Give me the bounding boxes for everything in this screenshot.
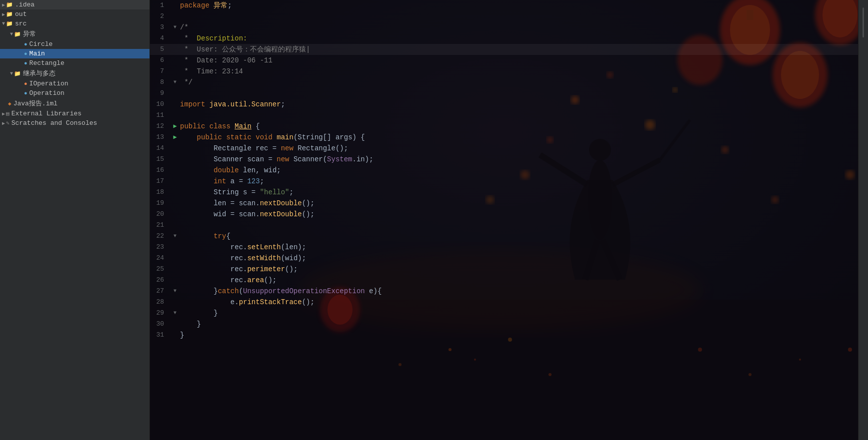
line-content-7: * Time: 23:14 [180, 66, 858, 77]
line-content-20: wid = scan.nextDouble(); [180, 209, 858, 220]
run-button-12[interactable]: ▶ [173, 121, 176, 132]
line-number-23: 23 [150, 242, 170, 253]
code-line-20: 20 wid = scan.nextDouble(); [150, 209, 858, 220]
code-line-11: 11 [150, 110, 858, 121]
sidebar-item-javareport[interactable]: ◆ Java报告.iml [0, 98, 150, 109]
line-number-11: 11 [150, 110, 170, 121]
sidebar-item-operation[interactable]: ● Operation [0, 88, 150, 98]
run-button-13[interactable]: ▶ [173, 132, 176, 143]
fold-icon-27[interactable]: ▼ [174, 286, 176, 297]
line-content-18: String s = "hello"; [180, 187, 858, 198]
line-number-10: 10 [150, 99, 170, 110]
code-line-31: 31 } [150, 330, 858, 341]
sidebar-label-jicheng: 继承与多态 [23, 69, 56, 78]
code-content-area[interactable]: 1 package 异常; 2 3 ▼ /* 4 * Description: … [150, 0, 858, 440]
fold-icon-8[interactable]: ▼ [174, 77, 176, 88]
sidebar-item-scratches[interactable]: ▶ ✎ Scratches and Consoles [0, 118, 150, 128]
gutter-8: ▼ [170, 77, 180, 88]
code-line-28: 28 e.printStackTrace(); [150, 297, 858, 308]
folder-icon-idea: 📁 [6, 1, 13, 8]
line-number-9: 9 [150, 88, 170, 99]
sidebar: ▶ 📁 .idea ▶ 📁 out ▼ 📁 src ▼ 📁 异常 ● Circl… [0, 0, 150, 440]
line-content-31: } [180, 330, 858, 341]
line-number-3: 3 [150, 22, 170, 33]
sidebar-item-jicheng[interactable]: ▼ 📁 继承与多态 [0, 68, 150, 79]
line-content-8: */ [180, 77, 858, 88]
extlibs-icon: ▤ [6, 110, 10, 117]
expand-arrow-src: ▼ [2, 21, 5, 26]
gutter-13[interactable]: ▶ [170, 132, 180, 143]
sidebar-item-out[interactable]: ▶ 📁 out [0, 9, 150, 19]
sidebar-label-javareport: Java报告.iml [14, 99, 58, 108]
expand-arrow-scratches: ▶ [2, 120, 5, 126]
line-number-19: 19 [150, 198, 170, 209]
line-number-1: 1 [150, 0, 170, 11]
line-content-12: public class Main { [180, 121, 858, 132]
gutter-27: ▼ [170, 286, 180, 297]
sidebar-item-ioperation[interactable]: ● IOperation [0, 79, 150, 88]
line-content-25: rec.perimeter(); [180, 264, 858, 275]
gutter-29: ▼ [170, 308, 180, 319]
line-number-4: 4 [150, 33, 170, 44]
sidebar-item-circle[interactable]: ● Circle [0, 39, 150, 49]
line-content-27: }catch(UnsupportedOperationException e){ [180, 286, 858, 297]
interface-icon-ioperation: ● [24, 81, 28, 87]
sidebar-label-yichang: 异常 [23, 29, 36, 38]
line-number-8: 8 [150, 77, 170, 88]
sidebar-item-yichang[interactable]: ▼ 📁 异常 [0, 28, 150, 39]
line-content-17: int a = 123; [180, 176, 858, 187]
line-content-4: * Description: [180, 33, 858, 44]
folder-icon-out: 📁 [6, 11, 13, 17]
line-content-30: } [180, 319, 858, 330]
sidebar-label-scratches: Scratches and Consoles [12, 119, 98, 127]
line-content-28: e.printStackTrace(); [180, 297, 858, 308]
line-number-7: 7 [150, 66, 170, 77]
line-number-5: 5 [150, 44, 170, 55]
gutter-12[interactable]: ▶ [170, 121, 180, 132]
gutter-22: ▼ [170, 231, 180, 242]
code-line-4: 4 * Description: [150, 33, 858, 44]
code-line-8: 8 ▼ */ [150, 77, 858, 88]
sidebar-label-operation: Operation [30, 89, 64, 97]
sidebar-label-circle: Circle [30, 40, 53, 48]
line-content-29: } [180, 308, 858, 319]
line-number-6: 6 [150, 55, 170, 66]
code-line-22: 22 ▼ try{ [150, 231, 858, 242]
line-content-6: * Date: 2020 -06 -11 [180, 55, 858, 66]
line-number-27: 27 [150, 286, 170, 297]
fold-icon-22[interactable]: ▼ [174, 231, 176, 242]
sidebar-label-extlibs: External Libraries [12, 110, 82, 117]
sidebar-label-main: Main [30, 50, 45, 57]
sidebar-item-extlibs[interactable]: ▶ ▤ External Libraries [0, 109, 150, 118]
code-line-23: 23 rec.setLenth(len); [150, 242, 858, 253]
line-number-12: 12 [150, 121, 170, 132]
line-number-31: 31 [150, 330, 170, 341]
line-content-19: len = scan.nextDouble(); [180, 198, 858, 209]
fold-icon-3[interactable]: ▼ [174, 22, 176, 33]
line-number-25: 25 [150, 264, 170, 275]
line-number-28: 28 [150, 297, 170, 308]
sidebar-item-idea[interactable]: ▶ 📁 .idea [0, 0, 150, 9]
scroll-marker[interactable] [862, 7, 864, 37]
line-content-22: try{ [180, 231, 858, 242]
code-line-9: 9 [150, 88, 858, 99]
line-content-14: Rectangle rec = new Rectangle(); [180, 143, 858, 154]
class-icon-main: ● [24, 51, 28, 57]
line-number-18: 18 [150, 187, 170, 198]
sidebar-item-rectangle[interactable]: ● Rectangle [0, 58, 150, 68]
line-content-5: * User: 公众号：不会编程的程序猿| [180, 44, 858, 55]
line-content-13: public static void main(String[] args) { [180, 132, 858, 143]
code-line-6: 6 * Date: 2020 -06 -11 [150, 55, 858, 66]
sidebar-item-main[interactable]: ● Main [0, 49, 150, 58]
line-number-16: 16 [150, 165, 170, 176]
fold-icon-29[interactable]: ▼ [174, 308, 176, 319]
folder-icon-src: 📁 [6, 20, 13, 27]
code-line-5: 5 * User: 公众号：不会编程的程序猿| [150, 44, 858, 55]
code-line-30: 30 } [150, 319, 858, 330]
sidebar-item-src[interactable]: ▼ 📁 src [0, 19, 150, 28]
code-line-26: 26 rec.area(); [150, 275, 858, 286]
scratches-icon: ✎ [6, 120, 10, 126]
xml-icon-javareport: ◆ [8, 100, 12, 107]
code-line-25: 25 rec.perimeter(); [150, 264, 858, 275]
folder-icon-jicheng: 📁 [14, 70, 21, 77]
